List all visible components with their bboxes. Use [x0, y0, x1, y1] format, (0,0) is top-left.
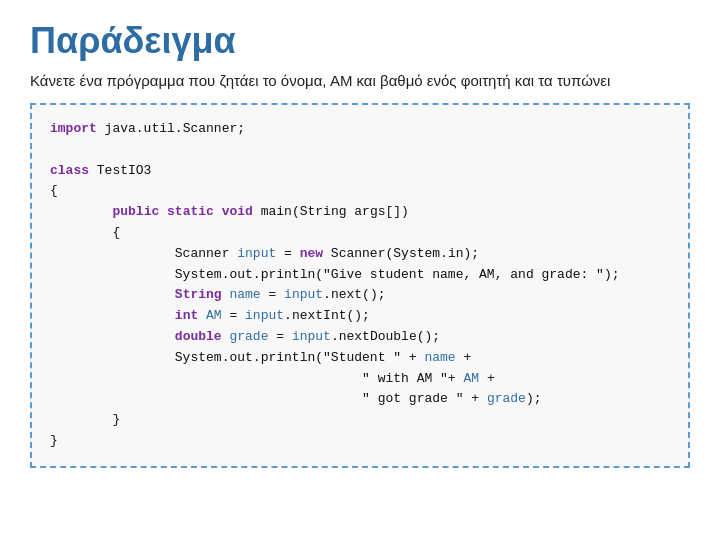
code-line-4: { [50, 181, 670, 202]
kw-double: double [175, 329, 222, 344]
code-line-14: " got grade " + grade); [50, 389, 670, 410]
kw-static: static [167, 204, 214, 219]
var-name-2: name [424, 350, 455, 365]
var-grade-2: grade [487, 391, 526, 406]
code-line-12: System.out.println("Student " + name + [50, 348, 670, 369]
code-line-11: double grade = input.nextDouble(); [50, 327, 670, 348]
code-line-1: import java.util.Scanner; [50, 119, 670, 140]
code-line-3: class TestIO3 [50, 161, 670, 182]
page: Παράδειγμα Κάνετε ένα πρόγραμμα που ζητά… [0, 0, 720, 540]
code-line-2 [50, 140, 670, 161]
code-line-16: } [50, 431, 670, 452]
var-input: input [237, 246, 276, 261]
page-title: Παράδειγμα [30, 20, 690, 62]
kw-import: import [50, 121, 97, 136]
code-line-5: public static void main(String args[]) [50, 202, 670, 223]
code-line-6: { [50, 223, 670, 244]
var-am: AM [206, 308, 222, 323]
page-subtitle: Κάνετε ένα πρόγραμμα που ζητάει το όνομα… [30, 72, 690, 89]
code-line-10: int AM = input.nextInt(); [50, 306, 670, 327]
var-grade: grade [229, 329, 268, 344]
code-block: import java.util.Scanner; class TestIO3 … [30, 103, 690, 468]
var-name: name [229, 287, 260, 302]
code-line-9: String name = input.next(); [50, 285, 670, 306]
var-input-3: input [245, 308, 284, 323]
kw-void: void [222, 204, 253, 219]
kw-string: String [175, 287, 222, 302]
code-line-13: " with AM "+ AM + [50, 369, 670, 390]
code-line-15: } [50, 410, 670, 431]
var-am-2: AM [463, 371, 479, 386]
kw-class: class [50, 163, 89, 178]
kw-public: public [112, 204, 159, 219]
var-input-2: input [284, 287, 323, 302]
code-line-8: System.out.println("Give student name, A… [50, 265, 670, 286]
var-input-4: input [292, 329, 331, 344]
code-line-7: Scanner input = new Scanner(System.in); [50, 244, 670, 265]
kw-int: int [175, 308, 198, 323]
kw-new: new [300, 246, 323, 261]
